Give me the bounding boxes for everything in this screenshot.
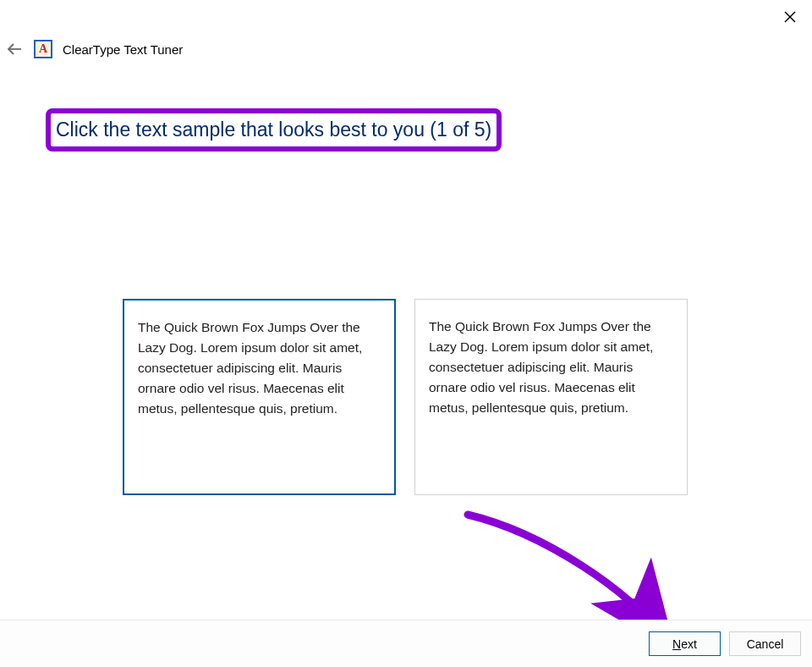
close-icon <box>784 11 796 23</box>
cancel-button[interactable]: Cancel <box>729 631 801 656</box>
header: A ClearType Text Tuner <box>5 40 183 58</box>
back-button[interactable] <box>5 40 24 58</box>
arrow-left-icon <box>7 43 22 55</box>
close-button[interactable] <box>780 7 800 27</box>
text-sample-2[interactable]: The Quick Brown Fox Jumps Over the Lazy … <box>414 299 688 495</box>
window-title: ClearType Text Tuner <box>63 42 183 57</box>
sample-container: The Quick Brown Fox Jumps Over the Lazy … <box>123 299 688 495</box>
text-sample-1[interactable]: The Quick Brown Fox Jumps Over the Lazy … <box>123 299 396 495</box>
next-button[interactable]: Next <box>649 631 721 656</box>
app-icon: A <box>34 40 52 58</box>
instruction-highlight: Click the text sample that looks best to… <box>46 108 502 152</box>
instruction-text: Click the text sample that looks best to… <box>56 119 491 141</box>
footer: Next Cancel <box>0 620 812 667</box>
